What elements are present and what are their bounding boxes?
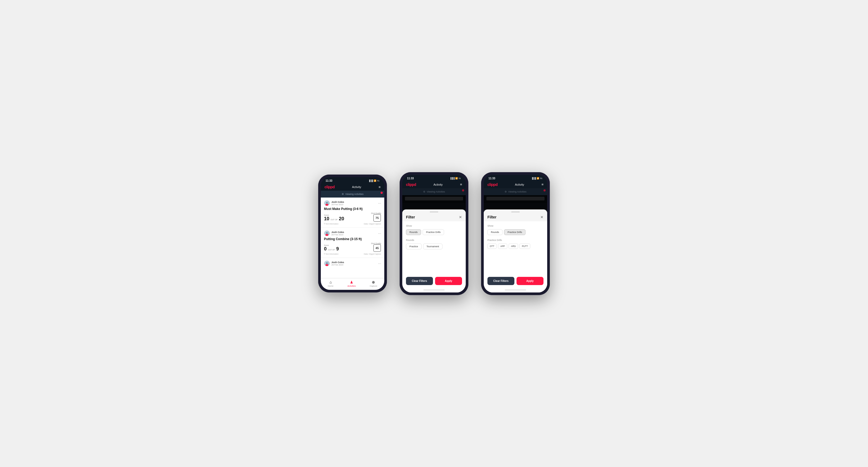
clear-filters-btn-2[interactable]: Clear Filters [406,277,433,285]
rounds-toggle-row-2: Practice Tournament [406,244,462,249]
phone-2: 11:33 ▐▐▐ 📶 51 clippd Activity ≡ ⚙ Viewi… [400,172,468,295]
user-name-date-2: Josh Coles 28 Feb 2023 [331,231,344,236]
pill-putt[interactable]: PUTT [520,244,530,249]
data-source-2: Data: Clippd Capture [364,253,381,255]
rounds-toggle-3[interactable]: Rounds [488,229,502,235]
dim-list-2 [402,195,466,203]
user-name-2: Josh Coles [331,231,344,234]
apply-btn-3[interactable]: Apply [517,277,544,285]
logo-2: clippd [406,183,416,187]
activity-card-2: Josh Coles 28 Feb 2023 ··· Putting Combi… [321,228,384,258]
user-date-3: 28 Feb 2023 [331,263,344,266]
avatar-2 [324,230,330,236]
filter-icon-1: ⚙ [342,193,344,195]
avatar-figure-3 [325,262,329,266]
more-dots-2[interactable]: ··· [378,231,381,235]
menu-icon-3[interactable]: ≡ [541,183,544,186]
battery-icon: 51 [377,180,379,182]
avatar-1 [324,200,330,206]
wifi-icon-3: 📶 [537,177,539,180]
filter-header-3: Filter ✕ [484,212,547,221]
phone-1: 11:33 ▐▐▐ 📶 51 clippd Activity ≡ ⚙ Viewi… [318,175,387,292]
filter-title-3: Filter [488,215,496,219]
filter-toggle-row-2: Rounds Practice Drills [406,229,462,235]
dim-list-3 [484,195,547,203]
status-icons-2: ▐▐▐ 📶 51 [450,177,461,180]
viewing-bar-3-dim: ⚙ Viewing Activities [484,188,547,195]
avatar-head-1 [326,202,328,204]
notch-1 [342,177,363,183]
tournament-btn-2[interactable]: Tournament [423,244,443,249]
shot-quality-badge-1: 75 [373,214,381,222]
card-header-2: Josh Coles 28 Feb 2023 ··· [324,230,381,236]
out-of-1: OUT OF [331,219,338,221]
user-name-1: Josh Coles [331,201,344,204]
user-date-2: 28 Feb 2023 [331,234,344,236]
app-header-2: clippd Activity ≡ [402,181,466,188]
practice-drills-toggle-2[interactable]: Practice Drills [423,229,444,235]
card-stub-3 [324,267,381,275]
score-label-1: Score [324,214,344,216]
status-bar-1: 11:33 ▐▐▐ 📶 51 [321,177,384,183]
home-indicator-2 [424,289,444,290]
practice-drills-toggle-3[interactable]: Practice Drills [504,229,526,235]
activity-card-1: Josh Coles 28 Feb 2023 ··· Must Make Put… [321,197,384,228]
menu-icon-2[interactable]: ≡ [460,183,462,186]
practice-round-btn-2[interactable]: Practice [406,244,422,249]
card-footer-1: ℹ Test Information Data: Clippd Capture [324,223,381,225]
rounds-toggle-2[interactable]: Rounds [406,229,421,235]
header-title-2: Activity [433,183,443,186]
home-icon: ⌂ [330,280,332,284]
tab-home[interactable]: ⌂ Home [328,280,333,287]
viewing-bar-1[interactable]: ⚙ Viewing Activities [321,191,384,197]
scene: 11:33 ▐▐▐ 📶 51 clippd Activity ≡ ⚙ Viewi… [318,172,550,295]
avatar-body-1 [326,204,328,206]
filter-close-3[interactable]: ✕ [540,215,544,219]
logo-3: clippd [488,183,497,187]
menu-icon-1[interactable]: ≡ [378,185,380,189]
filter-close-2[interactable]: ✕ [459,215,462,219]
shot-quality-badge-2: 45 [373,244,381,252]
test-info-2: ℹ Test Information [324,253,339,255]
avatar-3 [324,260,330,266]
more-dots-1[interactable]: ··· [378,201,381,205]
user-info-1: Josh Coles 28 Feb 2023 [324,200,344,206]
filter-sheet-3: Filter ✕ Show Rounds Practice Drills Pra… [484,210,547,292]
activity-list-1: Josh Coles 28 Feb 2023 ··· Must Make Put… [321,197,384,278]
more-dots-3[interactable]: ··· [378,261,381,265]
pill-ott[interactable]: OTT [488,244,497,249]
clear-filters-btn-3[interactable]: Clear Filters [488,277,515,285]
avatar-figure-2 [325,232,329,236]
activities-icon: ♟ [350,280,353,284]
red-dot-3 [544,189,546,191]
red-dot-1 [380,192,383,194]
apply-btn-2[interactable]: Apply [435,277,462,285]
score-label-2: Score [324,244,339,246]
tab-home-label: Home [328,285,333,287]
user-info-3: Josh Coles 28 Feb 2023 [324,260,344,266]
dim-row-1 [405,197,463,200]
tab-capture[interactable]: ⊕ Capture [370,280,377,287]
signal-icon-3: ▐▐▐ [531,177,536,180]
shots-value-1: 20 [339,216,344,222]
score-value-1: 10 [324,216,329,222]
user-name-3: Josh Coles [331,261,344,263]
bottom-handle-3 [484,288,547,292]
signal-icon-2: ▐▐▐ [450,177,454,180]
user-name-date-3: Josh Coles 28 Feb 2023 [331,261,344,266]
pill-app[interactable]: APP [498,244,507,249]
drill-name-1: Must Make Putting (3-6 ft) [324,207,381,211]
avatar-inner-3 [324,261,330,266]
test-info-1: ℹ Test Information [324,223,339,225]
status-bar-3: 11:33 ▐▐▐ 📶 51 [484,175,547,181]
pill-arg[interactable]: ARG [508,244,518,249]
filter-title-2: Filter [406,215,415,219]
tab-activities[interactable]: ♟ Activities [347,280,356,287]
shot-quality-label-2: Shot Quality [371,243,381,244]
user-date-1: 28 Feb 2023 [331,204,344,206]
avatar-body-3 [326,264,328,266]
practice-drills-section-label-3: Practice Drills [488,239,544,242]
show-label-3: Show [488,224,544,227]
battery-icon-3: 51 [540,177,542,180]
filter-icon-2-dim: ⚙ [423,190,425,193]
